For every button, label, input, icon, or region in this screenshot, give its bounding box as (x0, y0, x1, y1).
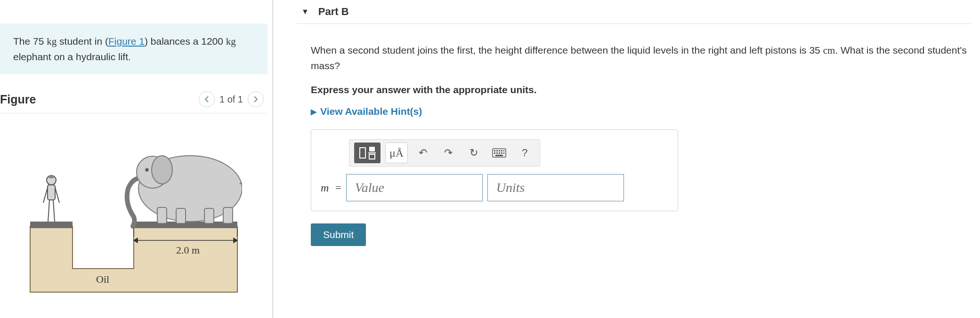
submit-button[interactable]: Submit (311, 223, 366, 246)
problem-text: student in ( (57, 36, 108, 47)
svg-rect-35 (503, 152, 504, 154)
figure-prev-button[interactable] (199, 91, 215, 107)
problem-text: The 75 (13, 36, 47, 47)
fraction-template-icon (358, 146, 377, 160)
symbols-button[interactable]: μÅ (385, 143, 408, 163)
figure-heading: Figure (0, 93, 36, 106)
answer-box: μÅ ↶ ↷ ↻ ? m = (311, 129, 678, 211)
problem-statement: The 75 kg student in (Figure 1) balances… (0, 24, 267, 74)
equation-toolbar: μÅ ↶ ↷ ↻ ? (349, 139, 540, 167)
figure-link[interactable]: Figure 1 (108, 36, 145, 47)
unit-kg: kg (226, 36, 236, 47)
svg-rect-17 (223, 207, 233, 223)
svg-rect-21 (360, 148, 365, 158)
fluid-label: Oil (96, 273, 109, 285)
caret-right-icon: ▶ (311, 107, 316, 116)
svg-rect-27 (496, 150, 498, 151)
answer-instruction: Express your answer with the appropriate… (311, 84, 971, 95)
templates-button[interactable] (354, 143, 381, 163)
hydraulic-lift-diagram: 2.0 m Oil (25, 127, 242, 302)
undo-button[interactable]: ↶ (413, 143, 433, 163)
symbols-label: μÅ (389, 147, 404, 159)
help-button[interactable]: ? (514, 143, 535, 163)
svg-rect-4 (49, 175, 54, 178)
figure-next-button[interactable] (248, 91, 264, 107)
redo-icon: ↷ (444, 147, 453, 159)
svg-rect-29 (501, 150, 502, 151)
left-pane: The 75 kg student in (Figure 1) balances… (0, 0, 273, 318)
problem-text: ) balances a 1200 (145, 36, 226, 47)
undo-icon: ↶ (419, 147, 427, 159)
svg-rect-22 (369, 147, 375, 151)
figure-image: 2.0 m Oil (0, 113, 267, 302)
unit-kg: kg (47, 36, 57, 47)
caret-down-icon: ▼ (301, 8, 309, 16)
reset-button[interactable]: ↻ (463, 143, 484, 163)
svg-rect-32 (496, 152, 498, 154)
problem-text: elephant on a hydraulic lift. (13, 51, 131, 62)
help-icon: ? (522, 147, 527, 159)
svg-rect-31 (494, 152, 495, 154)
hints-toggle[interactable]: ▶ View Available Hint(s) (311, 106, 971, 117)
equals-sign: = (335, 182, 341, 194)
svg-rect-30 (503, 150, 504, 151)
svg-rect-23 (369, 154, 375, 159)
svg-point-12 (152, 156, 172, 184)
svg-rect-5 (48, 185, 55, 200)
figure-header: Figure 1 of 1 (0, 88, 267, 113)
part-header[interactable]: ▼ Part B (297, 0, 971, 24)
right-pane: ▼ Part B When a second student joins the… (273, 0, 980, 318)
chevron-left-icon (204, 96, 209, 103)
units-input[interactable] (487, 174, 624, 201)
keyboard-icon (492, 148, 506, 158)
unit-cm: cm (823, 45, 835, 56)
chevron-right-icon (253, 96, 258, 103)
value-input[interactable] (346, 174, 483, 201)
svg-rect-26 (494, 150, 495, 151)
hints-label: View Available Hint(s) (320, 106, 422, 117)
question-text: When a second student joins the first, t… (311, 43, 970, 73)
part-label: Part B (318, 6, 349, 18)
variable-label: m (321, 182, 329, 194)
dimension-label: 2.0 m (176, 244, 200, 256)
svg-rect-36 (495, 155, 503, 156)
figure-nav: 1 of 1 (199, 91, 264, 107)
svg-rect-34 (501, 152, 502, 154)
redo-button[interactable]: ↷ (438, 143, 459, 163)
figure-counter: 1 of 1 (219, 94, 243, 105)
svg-rect-14 (157, 207, 167, 223)
keyboard-button[interactable] (489, 143, 510, 163)
question-segment: When a second student joins the first, t… (311, 45, 823, 56)
svg-point-13 (146, 168, 148, 171)
reset-icon: ↻ (470, 147, 478, 159)
svg-rect-28 (499, 150, 500, 151)
svg-rect-33 (499, 152, 500, 154)
svg-rect-1 (30, 222, 73, 228)
svg-rect-15 (176, 208, 186, 223)
svg-rect-16 (204, 208, 214, 223)
answer-input-row: m = (321, 174, 668, 201)
